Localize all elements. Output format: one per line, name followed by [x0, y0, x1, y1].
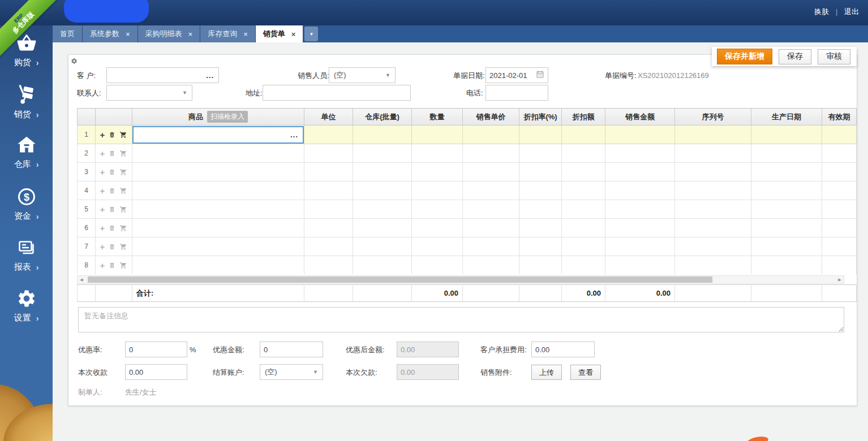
cart-icon[interactable]: [119, 224, 127, 232]
add-row-icon[interactable]: +: [100, 168, 105, 176]
remark-textarea[interactable]: [78, 307, 844, 332]
barcode-scan-entry-button[interactable]: 扫描枪录入: [207, 111, 248, 123]
discount-rate-cell[interactable]: [519, 200, 562, 219]
expiry-cell[interactable]: [822, 163, 857, 181]
product-cell[interactable]: ...: [132, 200, 304, 219]
amount-cell[interactable]: [605, 163, 675, 181]
customer-fee-input[interactable]: [532, 342, 594, 357]
expiry-cell[interactable]: [822, 126, 857, 144]
discount-amount-cell[interactable]: [562, 219, 605, 237]
warehouse-cell[interactable]: [353, 126, 412, 144]
price-cell[interactable]: [463, 181, 519, 200]
cart-icon[interactable]: [119, 168, 127, 176]
product-cell[interactable]: ...: [132, 126, 304, 144]
amount-cell[interactable]: [605, 200, 675, 219]
price-cell[interactable]: [463, 237, 519, 256]
contact-select[interactable]: ▼: [106, 85, 192, 101]
product-cell[interactable]: ...: [132, 181, 304, 200]
unit-cell[interactable]: [304, 181, 353, 200]
serial-cell[interactable]: [675, 256, 751, 275]
cart-icon[interactable]: [119, 206, 127, 213]
discount-amount-cell[interactable]: [562, 181, 605, 200]
unit-cell[interactable]: [304, 237, 353, 256]
discount-rate-cell[interactable]: [519, 126, 562, 144]
tab-close-icon[interactable]: ×: [188, 31, 193, 38]
save-and-new-button[interactable]: 保存并新增: [717, 49, 772, 64]
unit-cell[interactable]: [304, 200, 353, 219]
unit-cell[interactable]: [304, 219, 353, 237]
unit-cell[interactable]: [304, 126, 353, 144]
product-input-field[interactable]: [134, 127, 286, 142]
doc-date-input[interactable]: [486, 68, 536, 83]
delete-row-icon[interactable]: [109, 150, 115, 157]
discount-amount-cell[interactable]: [562, 200, 605, 219]
cart-icon[interactable]: [119, 262, 127, 269]
delete-row-icon[interactable]: [109, 131, 115, 139]
save-button[interactable]: 保存: [779, 49, 811, 64]
expiry-cell[interactable]: [822, 200, 857, 219]
sidebar-item-settings[interactable]: 设置›: [0, 288, 53, 323]
horizontal-scrollbar[interactable]: ◀ ▶: [77, 275, 844, 284]
tab-home[interactable]: 首页: [53, 25, 83, 42]
unit-cell[interactable]: [304, 163, 353, 181]
cart-icon[interactable]: [119, 131, 127, 139]
production-date-cell[interactable]: [751, 144, 822, 163]
serial-cell[interactable]: [675, 144, 751, 163]
cart-icon[interactable]: [119, 150, 127, 157]
sidebar-item-warehouse[interactable]: 仓库›: [0, 135, 53, 170]
sidebar-item-sales[interactable]: 销货›: [0, 84, 53, 120]
discount-rate-cell[interactable]: [519, 181, 562, 200]
discount-amount-cell[interactable]: [562, 256, 605, 275]
serial-cell[interactable]: [675, 181, 751, 200]
expiry-cell[interactable]: [822, 219, 857, 237]
price-cell[interactable]: [463, 256, 519, 275]
expiry-cell[interactable]: [822, 181, 857, 200]
calendar-icon[interactable]: [536, 70, 544, 80]
price-cell[interactable]: [463, 200, 519, 219]
product-lookup-button[interactable]: ...: [286, 131, 303, 139]
production-date-cell[interactable]: [751, 256, 822, 275]
amount-cell[interactable]: [605, 237, 675, 256]
production-date-cell[interactable]: [751, 163, 822, 181]
scroll-left-icon[interactable]: ◀: [78, 276, 85, 283]
scrollbar-thumb[interactable]: [88, 276, 712, 283]
production-date-cell[interactable]: [751, 126, 822, 144]
product-cell[interactable]: ...: [132, 144, 304, 163]
add-row-icon[interactable]: +: [100, 224, 105, 232]
qty-cell[interactable]: [412, 256, 463, 275]
serial-cell[interactable]: [675, 200, 751, 219]
add-row-icon[interactable]: +: [100, 261, 105, 270]
qty-cell[interactable]: [412, 219, 463, 237]
serial-cell[interactable]: [675, 163, 751, 181]
discount-rate-input[interactable]: [126, 342, 187, 357]
add-row-icon[interactable]: +: [100, 205, 105, 214]
delete-row-icon[interactable]: [109, 187, 115, 194]
discount-amount-input[interactable]: [260, 342, 323, 357]
discount-amount-cell[interactable]: [562, 237, 605, 256]
delete-row-icon[interactable]: [109, 168, 115, 176]
expiry-cell[interactable]: [822, 256, 857, 275]
warehouse-cell[interactable]: [353, 200, 412, 219]
amount-cell[interactable]: [605, 219, 675, 237]
price-cell[interactable]: [463, 144, 519, 163]
cart-icon[interactable]: [119, 243, 127, 250]
discount-rate-cell[interactable]: [519, 163, 562, 181]
price-cell[interactable]: [463, 219, 519, 237]
cart-icon[interactable]: [119, 187, 127, 194]
qty-cell[interactable]: [412, 237, 463, 256]
product-cell[interactable]: ...: [132, 256, 304, 275]
warehouse-cell[interactable]: [353, 237, 412, 256]
delete-row-icon[interactable]: [109, 224, 115, 232]
production-date-cell[interactable]: [751, 219, 822, 237]
amount-cell[interactable]: [605, 126, 675, 144]
salesperson-select[interactable]: (空) ▼: [329, 67, 396, 83]
discount-amount-cell[interactable]: [562, 163, 605, 181]
discount-amount-cell[interactable]: [562, 144, 605, 163]
delete-row-icon[interactable]: [109, 206, 115, 213]
qty-cell[interactable]: [412, 144, 463, 163]
qty-cell[interactable]: [412, 200, 463, 219]
warehouse-cell[interactable]: [353, 144, 412, 163]
production-date-cell[interactable]: [751, 200, 822, 219]
discount-rate-cell[interactable]: [519, 219, 562, 237]
warehouse-cell[interactable]: [353, 181, 412, 200]
